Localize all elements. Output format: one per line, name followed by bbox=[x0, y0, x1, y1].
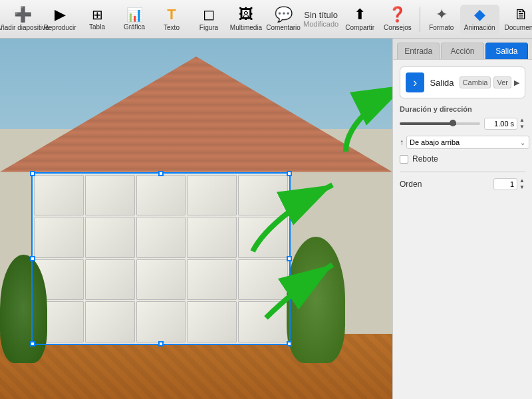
view-animation-button[interactable]: Ver bbox=[493, 76, 511, 88]
document-icon: 🗎 bbox=[514, 7, 529, 22]
bounce-label: Rebote bbox=[412, 154, 438, 164]
duration-decrement[interactable]: ▼ bbox=[519, 124, 525, 130]
animation-expand-icon[interactable]: ▶ bbox=[514, 78, 519, 87]
duration-slider-handle[interactable] bbox=[450, 120, 456, 126]
add-slide-icon: ➕ bbox=[14, 7, 32, 22]
comment-icon: 💬 bbox=[275, 7, 293, 22]
shape-label: Figura bbox=[200, 24, 218, 31]
tab-entrada[interactable]: Entrada bbox=[397, 43, 440, 59]
change-animation-button[interactable]: Cambia bbox=[460, 76, 491, 88]
order-stepper: ▲ ▼ bbox=[519, 178, 525, 191]
tips-button[interactable]: ❓ Consejos bbox=[380, 5, 416, 34]
animation-label: Animación bbox=[464, 24, 495, 31]
animation-controls: Cambia Ver ▶ bbox=[460, 76, 519, 88]
table-label: Tabla bbox=[89, 23, 105, 31]
title-area: Sin título Modificado bbox=[303, 10, 338, 28]
canvas-area[interactable] bbox=[0, 39, 392, 399]
play-button[interactable]: ▶ Reproducir bbox=[43, 5, 77, 34]
tab-salida[interactable]: Salida bbox=[485, 43, 528, 59]
duration-slider[interactable] bbox=[400, 122, 480, 125]
comment-label: Comentario bbox=[266, 24, 301, 31]
media-icon: 🖼 bbox=[239, 7, 253, 22]
order-value-wrap: ▲ ▼ bbox=[493, 178, 525, 191]
slide-canvas bbox=[0, 39, 392, 399]
bounce-row: Rebote bbox=[400, 154, 525, 164]
animation-item: › Salida Cambia Ver ▶ bbox=[400, 66, 525, 98]
animation-type-icon: › bbox=[406, 72, 424, 92]
document-label: Documento bbox=[505, 24, 532, 31]
tips-label: Consejos bbox=[384, 24, 412, 31]
text-label: Texto bbox=[164, 24, 180, 31]
duration-increment[interactable]: ▲ bbox=[519, 117, 525, 124]
panel-content: › Salida Cambia Ver ▶ Duración y direcci… bbox=[393, 60, 532, 399]
tab-accion[interactable]: Acción bbox=[441, 43, 483, 59]
panel-divider bbox=[400, 172, 525, 172]
duration-value-group: ▲ ▼ bbox=[484, 117, 525, 130]
direction-up-icon: ↑ bbox=[400, 138, 404, 147]
text-icon: T bbox=[167, 7, 176, 22]
table-button[interactable]: ⊞ Tabla bbox=[80, 5, 114, 33]
duration-section-label: Duración y dirección bbox=[400, 105, 525, 113]
text-button[interactable]: T Texto bbox=[154, 5, 189, 34]
media-label: Multimedia bbox=[230, 24, 262, 31]
share-icon: ⬆ bbox=[354, 7, 366, 22]
panel-tabs: Entrada Acción Salida bbox=[393, 39, 532, 60]
order-label: Orden bbox=[400, 180, 422, 189]
add-slide-button[interactable]: ➕ Añadir diapositiva bbox=[5, 5, 40, 34]
duration-row: ▲ ▼ bbox=[400, 117, 525, 130]
order-row: Orden ▲ ▼ bbox=[400, 178, 525, 191]
toolbar-divider bbox=[420, 7, 420, 32]
animation-name: Salida bbox=[430, 78, 454, 88]
table-icon: ⊞ bbox=[92, 8, 103, 21]
add-slide-label: Añadir diapositiva bbox=[0, 24, 49, 31]
arrow-2 bbox=[239, 178, 339, 258]
share-label: Compartir bbox=[345, 24, 374, 31]
direction-select[interactable]: De abajo arriba bbox=[406, 136, 529, 149]
play-icon: ▶ bbox=[55, 7, 66, 22]
order-decrement[interactable]: ▼ bbox=[519, 184, 525, 191]
comment-button[interactable]: 💬 Comentario bbox=[266, 5, 301, 34]
format-button[interactable]: ✦ Formato bbox=[424, 5, 459, 34]
order-increment[interactable]: ▲ bbox=[519, 178, 525, 184]
animation-button[interactable]: ◆ Animación bbox=[460, 5, 499, 34]
format-label: Formato bbox=[429, 24, 454, 31]
doc-modified: Modificado bbox=[303, 20, 338, 28]
tips-icon: ❓ bbox=[388, 7, 406, 22]
toolbar: ➕ Añadir diapositiva ▶ Reproducir ⊞ Tabl… bbox=[0, 0, 532, 39]
shape-icon: ◻ bbox=[203, 7, 215, 22]
bush-left bbox=[0, 255, 47, 363]
direction-row: ↑ De abajo arriba ⌄ bbox=[400, 136, 525, 149]
toolbar-right: ⬆ Compartir ❓ Consejos ✦ Formato ◆ Anima… bbox=[341, 5, 532, 34]
chart-button[interactable]: 📊 Gráfica bbox=[117, 5, 152, 33]
right-panel: Entrada Acción Salida › Salida Cambia Ve… bbox=[392, 39, 532, 399]
duration-stepper: ▲ ▼ bbox=[519, 117, 525, 130]
order-input[interactable] bbox=[493, 178, 517, 190]
play-label: Reproducir bbox=[44, 24, 76, 31]
arrow-1 bbox=[326, 78, 392, 158]
anim-icon-symbol: › bbox=[413, 76, 417, 90]
document-button[interactable]: 🗎 Documento bbox=[501, 5, 532, 34]
share-button[interactable]: ⬆ Compartir bbox=[341, 5, 378, 34]
arrow-3 bbox=[253, 258, 339, 325]
bounce-checkbox[interactable] bbox=[400, 155, 408, 164]
chart-icon: 📊 bbox=[126, 8, 143, 21]
chart-label: Gráfica bbox=[124, 23, 145, 31]
duration-input[interactable] bbox=[484, 118, 517, 130]
shape-button[interactable]: ◻ Figura bbox=[192, 5, 226, 34]
format-icon: ✦ bbox=[436, 7, 448, 22]
media-button[interactable]: 🖼 Multimedia bbox=[229, 5, 263, 34]
doc-title: Sin título bbox=[304, 10, 338, 20]
main-area: Entrada Acción Salida › Salida Cambia Ve… bbox=[0, 39, 532, 399]
animation-icon: ◆ bbox=[474, 7, 485, 22]
